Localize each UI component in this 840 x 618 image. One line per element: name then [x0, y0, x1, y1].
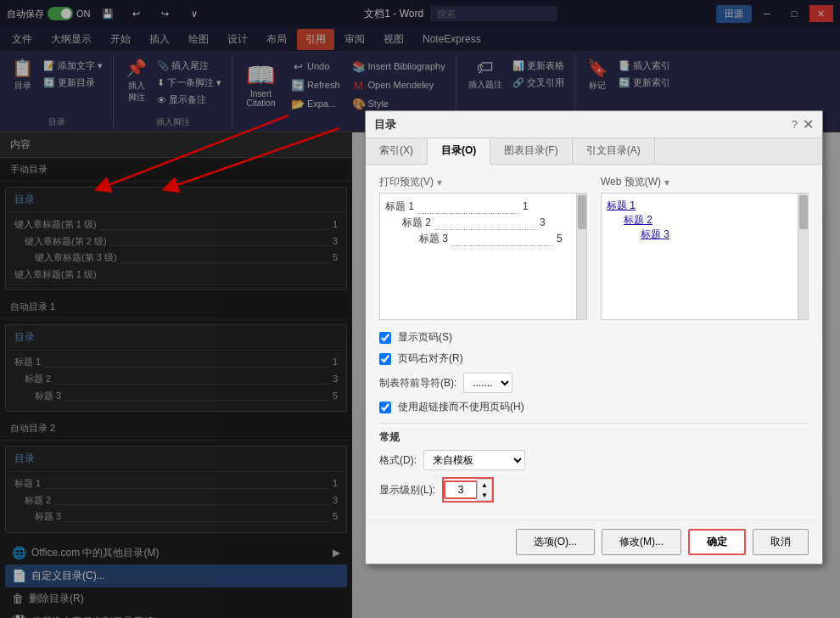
use-hyperlinks-label: 使用超链接而不使用页码(H): [398, 400, 524, 414]
align-right-row: 页码右对齐(R): [379, 351, 809, 366]
tab-leader-row: 制表符前导符(B): .......: [379, 373, 809, 393]
web-preview-label: Web 预览(W) ▾: [601, 175, 809, 189]
dialog-titlebar: 目录 ? ✕: [366, 111, 822, 138]
format-row: 格式(D): 来自模板: [379, 450, 809, 470]
spinner-up[interactable]: ▲: [478, 480, 491, 490]
print-preview-label: 打印预览(V) ▾: [379, 175, 587, 189]
web-line-3: 标题 3: [607, 228, 803, 242]
tab-toc[interactable]: 目录(O): [428, 138, 490, 165]
tab-leader-select[interactable]: .......: [463, 373, 512, 393]
align-right-label: 页码右对齐(R): [398, 351, 463, 366]
levels-input[interactable]: [444, 480, 478, 499]
print-preview-box: 标题 11 标题 23 标题 35: [379, 193, 587, 320]
print-preview-col: 打印预览(V) ▾ 标题 11 标题 23 标题 35: [379, 175, 587, 320]
toc-dialog: 目录 ? ✕ 索引(X) 目录(O) 图表目录(F) 引文目录(A) 打印预览(…: [365, 110, 823, 565]
dialog-title: 目录: [374, 117, 396, 132]
show-page-numbers-row: 显示页码(S): [379, 330, 809, 345]
print-line-1: 标题 11: [385, 199, 581, 215]
web-preview-scrollbar[interactable]: [798, 194, 808, 319]
print-line-3: 标题 35: [385, 231, 581, 247]
dialog-body: 打印预览(V) ▾ 标题 11 标题 23 标题 35: [366, 165, 822, 520]
print-line-2: 标题 23: [385, 215, 581, 231]
show-page-numbers-checkbox[interactable]: [379, 332, 391, 344]
tab-leader-label: 制表符前导符(B):: [379, 376, 456, 390]
levels-label: 显示级别(L):: [379, 483, 435, 497]
web-preview-arrow: ▾: [664, 177, 669, 188]
tab-citation[interactable]: 引文目录(A): [573, 138, 655, 164]
levels-spinner: ▲ ▼: [442, 477, 494, 503]
align-right-checkbox[interactable]: [379, 353, 391, 365]
web-line-2: 标题 2: [607, 213, 803, 228]
dialog-overlay: 目录 ? ✕ 索引(X) 目录(O) 图表目录(F) 引文目录(A) 打印预览(…: [0, 0, 840, 618]
dialog-footer: 选项(O)... 修改(M)... 确定 取消: [366, 520, 822, 564]
web-preview-col: Web 预览(W) ▾ 标题 1 标题 2 标题 3: [601, 175, 809, 320]
general-section-divider: 常规: [379, 423, 809, 445]
web-line-1: 标题 1: [607, 199, 803, 213]
web-scroll-thumb: [799, 195, 808, 229]
dialog-controls: ? ✕: [792, 116, 814, 132]
preview-section: 打印预览(V) ▾ 标题 11 标题 23 标题 35: [379, 175, 809, 320]
print-preview-scrollbar[interactable]: [576, 194, 586, 319]
modify-button[interactable]: 修改(M)...: [602, 529, 681, 555]
dialog-tabs: 索引(X) 目录(O) 图表目录(F) 引文目录(A): [366, 138, 822, 165]
print-scroll-thumb: [578, 195, 586, 229]
cancel-button[interactable]: 取消: [753, 529, 809, 555]
tab-figure[interactable]: 图表目录(F): [490, 138, 572, 164]
format-select[interactable]: 来自模板: [423, 450, 525, 470]
spinner-buttons: ▲ ▼: [477, 479, 492, 501]
options-button[interactable]: 选项(O)...: [516, 529, 595, 555]
show-page-numbers-label: 显示页码(S): [398, 330, 452, 345]
format-label: 格式(D):: [379, 453, 417, 468]
levels-row: 显示级别(L): ▲ ▼: [379, 477, 809, 503]
dialog-help-button[interactable]: ?: [792, 118, 798, 131]
web-preview-box: 标题 1 标题 2 标题 3: [601, 193, 809, 320]
print-preview-arrow: ▾: [437, 177, 442, 188]
dialog-close-button[interactable]: ✕: [803, 116, 814, 132]
hyperlinks-row: 使用超链接而不使用页码(H): [379, 400, 809, 414]
spinner-down[interactable]: ▼: [478, 490, 491, 500]
tab-index[interactable]: 索引(X): [366, 138, 428, 164]
ok-button[interactable]: 确定: [688, 529, 746, 555]
use-hyperlinks-checkbox[interactable]: [379, 402, 391, 413]
